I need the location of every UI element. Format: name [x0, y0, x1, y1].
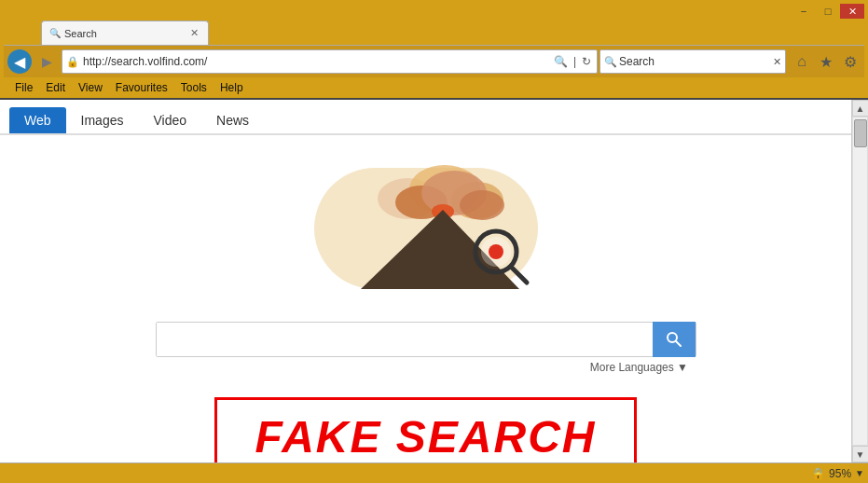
- toolbar-icons: ⌂ ★ ⚙: [792, 51, 861, 72]
- tab-favicon-icon: 🔍: [49, 28, 61, 38]
- svg-point-11: [489, 244, 503, 259]
- scroll-thumb[interactable]: [854, 119, 867, 147]
- menu-help[interactable]: Help: [214, 79, 249, 96]
- menu-edit[interactable]: Edit: [40, 79, 71, 96]
- browser-top: − □ ✕ 🔍 Search ✕ ◀ ▶ 🔒 http://search.vol…: [0, 0, 868, 98]
- window-controls: − □ ✕: [4, 4, 864, 19]
- tab-images[interactable]: Images: [66, 107, 139, 133]
- address-refresh-button[interactable]: ↻: [580, 55, 593, 68]
- address-bar-row: ◀ ▶ 🔒 http://search.volfind.com/ 🔍 | ↻ 🔍…: [4, 45, 864, 77]
- logo-area: [0, 135, 851, 312]
- svg-point-6: [460, 190, 504, 220]
- browser-content: Web Images Video News: [0, 98, 868, 462]
- scrollbar[interactable]: ▲ ▼: [851, 100, 868, 462]
- status-zoom-level: 95%: [829, 467, 851, 480]
- back-button[interactable]: ◀: [7, 49, 32, 74]
- search-tab-clear-button[interactable]: ✕: [773, 56, 781, 68]
- page-area: Web Images Video News: [0, 100, 851, 462]
- browser-window: − □ ✕ 🔍 Search ✕ ◀ ▶ 🔒 http://search.vol…: [0, 0, 868, 483]
- menu-file[interactable]: File: [9, 79, 38, 96]
- fake-search-box: FAKE SEARCH: [214, 397, 636, 462]
- maximize-button[interactable]: □: [816, 4, 840, 19]
- search-box-wrapper: 🔍 ✕: [599, 49, 786, 74]
- logo-svg: [305, 154, 547, 298]
- more-languages-link[interactable]: More Languages ▼: [590, 361, 688, 374]
- menu-bar: File Edit View Favourites Tools Help: [4, 77, 864, 98]
- search-area: More Languages ▼: [0, 312, 851, 379]
- page-nav-tabs: Web Images Video News: [0, 100, 851, 135]
- zoom-dropdown-button[interactable]: ▼: [855, 468, 864, 478]
- search-icon: [666, 331, 682, 348]
- address-actions: 🔍 | ↻: [552, 55, 593, 68]
- tab-video[interactable]: Video: [138, 107, 201, 133]
- tab-news[interactable]: News: [201, 107, 264, 133]
- menu-favourites[interactable]: Favourites: [110, 79, 173, 96]
- status-security-icon: 🔒: [811, 467, 825, 480]
- favorites-button[interactable]: ★: [816, 51, 836, 72]
- main-search-button[interactable]: [653, 322, 696, 357]
- address-url: http://search.volfind.com/: [83, 55, 548, 68]
- search-tab-input[interactable]: [619, 55, 771, 68]
- tab-close-button[interactable]: ✕: [188, 27, 200, 39]
- tab-bar: 🔍 Search ✕: [41, 21, 864, 45]
- fake-search-banner: FAKE SEARCH: [0, 379, 851, 462]
- tab-title: Search: [64, 28, 185, 39]
- menu-tools[interactable]: Tools: [175, 79, 213, 96]
- menu-view[interactable]: View: [73, 79, 108, 96]
- logo-container: [305, 154, 547, 298]
- browser-tab[interactable]: 🔍 Search ✕: [41, 21, 209, 45]
- address-separator: |: [572, 55, 578, 68]
- main-search-bar: [156, 322, 696, 357]
- minimize-button[interactable]: −: [792, 4, 816, 19]
- search-tab-icon: 🔍: [604, 56, 617, 68]
- close-button[interactable]: ✕: [840, 4, 864, 19]
- fake-search-label: FAKE SEARCH: [255, 412, 596, 462]
- home-button[interactable]: ⌂: [792, 51, 812, 72]
- address-lock-icon: 🔒: [66, 56, 79, 68]
- forward-button[interactable]: ▶: [34, 48, 60, 75]
- tab-web[interactable]: Web: [9, 107, 66, 133]
- address-search-icon: 🔍: [552, 55, 570, 68]
- svg-line-14: [676, 341, 681, 346]
- main-search-input[interactable]: [157, 323, 653, 356]
- status-bar: 🔒 95% ▼: [0, 462, 868, 483]
- settings-button[interactable]: ⚙: [840, 51, 861, 72]
- scroll-down-button[interactable]: ▼: [852, 446, 869, 462]
- scroll-track: [852, 117, 868, 446]
- scroll-up-button[interactable]: ▲: [852, 100, 869, 117]
- address-box: 🔒 http://search.volfind.com/ 🔍 | ↻: [62, 49, 598, 74]
